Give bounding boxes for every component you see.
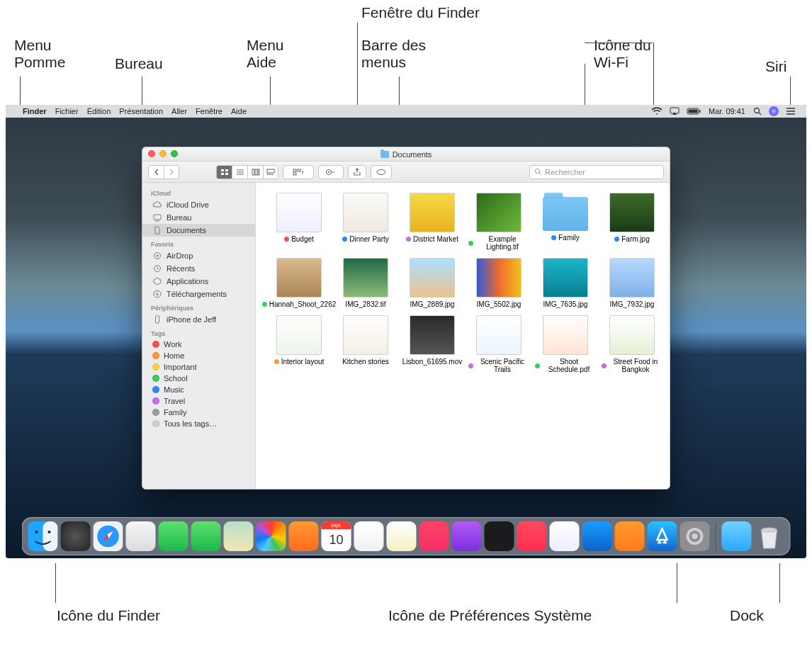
- zoom-button[interactable]: [171, 150, 178, 157]
- sidebar-item-iphone-de-jeff[interactable]: iPhone de Jeff: [142, 313, 255, 326]
- dock-numbers[interactable]: [550, 521, 580, 551]
- tag-dot: [152, 397, 159, 405]
- file-item[interactable]: IMG_2832.tif: [335, 258, 396, 308]
- sidebar-section-favoris: Favoris: [142, 237, 255, 249]
- spotlight-icon[interactable]: [753, 107, 762, 115]
- dock-appstore[interactable]: [648, 521, 677, 551]
- file-item[interactable]: Shoot Schedule.pdf: [535, 315, 596, 373]
- file-item[interactable]: IMG_2889.jpg: [402, 258, 463, 308]
- action-button[interactable]: [318, 165, 344, 179]
- sidebar-item-icloud-drive[interactable]: iCloud Drive: [142, 198, 255, 211]
- menu-fichier[interactable]: Fichier: [51, 107, 83, 115]
- search-field[interactable]: Rechercher: [529, 165, 664, 179]
- sidebar-item-airdrop[interactable]: AirDrop: [142, 249, 255, 262]
- list-view-button[interactable]: [232, 165, 247, 179]
- sidebar-item-bureau[interactable]: Bureau: [142, 211, 255, 224]
- gallery-view-button[interactable]: [263, 165, 278, 179]
- icon-view-button[interactable]: [216, 165, 232, 179]
- sidebar-item-r-cents[interactable]: Récents: [142, 262, 255, 275]
- sidebar-item-school[interactable]: School: [142, 373, 255, 384]
- dock-trash[interactable]: [755, 521, 784, 551]
- menu-fenêtre[interactable]: Fenêtre: [191, 107, 227, 115]
- sidebar-item-important[interactable]: Important: [142, 361, 255, 373]
- file-label: District Market: [406, 235, 458, 243]
- sidebar-item-documents[interactable]: Documents: [142, 224, 255, 237]
- notification-center-icon[interactable]: [786, 107, 796, 115]
- sidebar-item-applications[interactable]: Applications: [142, 275, 255, 288]
- file-item[interactable]: Lisbon_61695.mov: [402, 315, 463, 373]
- file-item[interactable]: District Market: [402, 193, 463, 251]
- svg-point-4: [755, 108, 760, 113]
- airplay-icon[interactable]: [670, 107, 680, 115]
- dock-notes[interactable]: [387, 521, 417, 551]
- file-item[interactable]: Family: [535, 193, 596, 251]
- file-item[interactable]: Dinner Party: [335, 193, 396, 251]
- siri-icon[interactable]: [769, 106, 779, 116]
- dock-launchpad[interactable]: [61, 521, 91, 551]
- menu-présentation[interactable]: Présentation: [115, 107, 167, 115]
- dock-podcasts[interactable]: [452, 521, 482, 551]
- callout-menu-bar: Barre des menus: [361, 37, 426, 71]
- file-item[interactable]: Budget: [269, 193, 329, 251]
- dock-keynote[interactable]: [582, 521, 612, 551]
- wifi-icon[interactable]: [651, 107, 662, 115]
- dock-messages[interactable]: [159, 521, 188, 551]
- sidebar-item-family[interactable]: Family: [142, 407, 255, 418]
- tag-dot: [535, 363, 540, 368]
- battery-icon[interactable]: [687, 108, 701, 115]
- sidebar-item-music[interactable]: Music: [142, 384, 255, 395]
- share-button[interactable]: [348, 165, 366, 179]
- sidebar-item-tous-les-tags-[interactable]: Tous les tags…: [142, 418, 255, 429]
- svg-rect-9: [221, 169, 224, 171]
- tags-button[interactable]: [371, 165, 392, 179]
- file-item[interactable]: Interior layout: [269, 315, 329, 373]
- dock-sysprefs[interactable]: [680, 521, 710, 551]
- sidebar-item-home[interactable]: Home: [142, 350, 255, 361]
- dock-tv[interactable]: [485, 521, 514, 551]
- dock-facetime[interactable]: [191, 521, 221, 551]
- file-item[interactable]: IMG_5502.jpg: [468, 258, 529, 308]
- dock-pages[interactable]: [615, 521, 645, 551]
- file-item[interactable]: Hannah_Shoot_2262: [269, 258, 329, 308]
- dock-mail[interactable]: [126, 521, 156, 551]
- file-label: Interior layout: [274, 358, 325, 366]
- group-button[interactable]: [283, 165, 314, 179]
- sidebar-item-t-l-chargements[interactable]: Téléchargements: [142, 288, 255, 300]
- back-button[interactable]: [148, 165, 164, 179]
- dock-music[interactable]: [419, 521, 449, 551]
- file-item[interactable]: Street Food in Bangkok: [602, 315, 662, 373]
- dock-calendar[interactable]: sept.10: [322, 521, 351, 551]
- forward-button[interactable]: [164, 165, 179, 179]
- file-item[interactable]: IMG_7635.jpg: [535, 258, 596, 308]
- tag-dot: [152, 386, 159, 393]
- menubar-date[interactable]: Mar. 09:41: [709, 107, 745, 115]
- file-item[interactable]: IMG_7932.jpg: [602, 258, 662, 308]
- dock-finder[interactable]: [28, 521, 58, 551]
- close-button[interactable]: [148, 150, 155, 157]
- dock-photobooth[interactable]: [289, 521, 319, 551]
- sidebar-item-label: Récents: [167, 264, 195, 273]
- menu-édition[interactable]: Édition: [83, 107, 115, 115]
- menu-aide[interactable]: Aide: [227, 107, 251, 115]
- dock-maps[interactable]: [224, 521, 254, 551]
- sidebar-item-label: School: [164, 374, 188, 383]
- column-view-button[interactable]: [247, 165, 263, 179]
- file-item[interactable]: Example Lighting.tif: [468, 193, 529, 251]
- file-label: Budget: [284, 235, 314, 243]
- file-item[interactable]: Farm.jpg: [602, 193, 662, 251]
- app-menu[interactable]: Finder: [18, 107, 51, 115]
- file-thumbnail: [410, 193, 455, 232]
- sidebar-item-work[interactable]: Work: [142, 339, 255, 350]
- dock-photos[interactable]: [256, 521, 286, 551]
- file-item[interactable]: Kitchen stories: [335, 315, 396, 373]
- dock-safari[interactable]: [94, 521, 123, 551]
- file-item[interactable]: Scenic Pacific Trails: [468, 315, 529, 373]
- svg-rect-37: [156, 316, 159, 323]
- minimize-button[interactable]: [159, 150, 167, 157]
- finder-titlebar[interactable]: Documents: [142, 147, 670, 162]
- sidebar-item-travel[interactable]: Travel: [142, 395, 255, 407]
- dock-downloads[interactable]: [722, 521, 752, 551]
- dock-reminders[interactable]: [354, 521, 384, 551]
- dock-news[interactable]: [517, 521, 547, 551]
- menu-aller[interactable]: Aller: [167, 107, 191, 115]
